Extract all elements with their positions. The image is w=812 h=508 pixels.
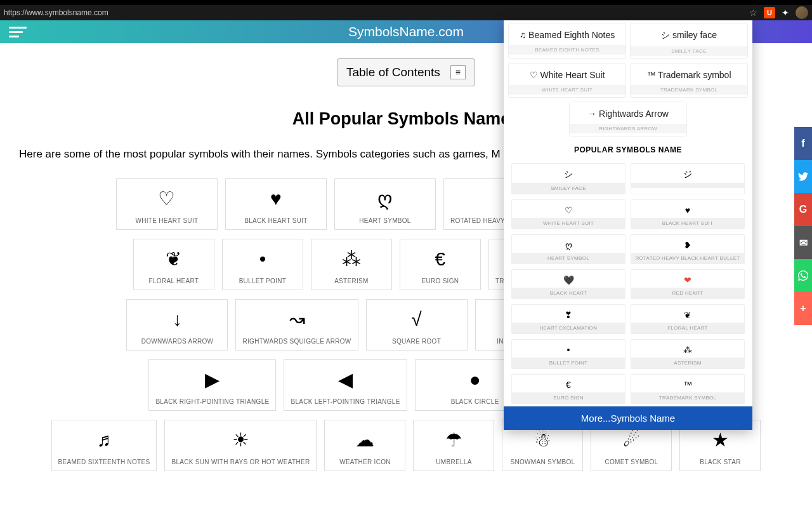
ext-pop-card[interactable]: ❦FLORAL HEART bbox=[631, 304, 745, 334]
symbol-glyph: ♥ bbox=[232, 187, 320, 211]
ext-pop-card[interactable]: ♥BLACK HEART SUIT bbox=[631, 199, 745, 229]
ext-top-title: ™ Trademark symbol bbox=[631, 70, 747, 80]
symbol-card[interactable]: ◀BLACK LEFT-POINTING TRIANGLE bbox=[284, 359, 407, 411]
ext-pop-glyph: シ bbox=[512, 164, 625, 183]
symbol-card[interactable]: √SQUARE ROOT bbox=[366, 299, 468, 351]
ext-pop-card[interactable]: ❣HEART EXCLAMATION bbox=[511, 304, 625, 334]
ext-pop-card[interactable]: ❥ROTATED HEAVY BLACK HEART BULLET bbox=[631, 234, 745, 264]
twitter-share-icon[interactable] bbox=[794, 160, 812, 193]
symbol-card[interactable]: ↝RIGHTWARDS SQUIGGLE ARROW bbox=[235, 299, 358, 351]
ext-top-title: ♡ White Heart Suit bbox=[509, 70, 625, 80]
ext-top-card[interactable]: → Rightwards ArrowRIGHTWARDS ARROW bbox=[569, 102, 687, 137]
ext-more-button[interactable]: More...Symbols Name bbox=[504, 406, 752, 430]
symbol-glyph: € bbox=[407, 247, 474, 271]
ext-top-sub: WHITE HEART SUIT bbox=[509, 85, 625, 95]
ext-pop-card[interactable]: シSMILEY FACE bbox=[511, 163, 625, 194]
ext-pop-label bbox=[631, 183, 744, 188]
ext-pop-card[interactable]: ⁂ASTERISM bbox=[631, 339, 745, 369]
symbol-glyph: ♬ bbox=[58, 428, 150, 452]
ext-top-card[interactable]: ♫ Beamed Eighth NotesBEAMED EIGHTH NOTES bbox=[508, 23, 626, 59]
google-share-icon[interactable]: G bbox=[794, 193, 812, 226]
symbol-card[interactable]: ☁WEATHER ICON bbox=[324, 420, 405, 471]
social-share-bar: f G ✉ + bbox=[794, 127, 812, 325]
ext-pop-label: RED HEART bbox=[631, 288, 744, 298]
symbol-glyph: ↝ bbox=[242, 307, 351, 331]
symbol-card[interactable]: ⁂ASTERISM bbox=[311, 239, 392, 290]
toc-toggle-icon[interactable]: ≡ bbox=[450, 65, 466, 79]
ext-pop-card[interactable]: ❤RED HEART bbox=[631, 269, 745, 299]
symbol-label: BLACK STAR bbox=[686, 458, 754, 465]
extensions-puzzle-icon[interactable]: ✦ bbox=[782, 8, 789, 18]
ext-pop-label: WHITE HEART SUIT bbox=[512, 218, 625, 229]
ext-pop-label: HEART EXCLAMATION bbox=[512, 323, 625, 333]
symbol-label: SNOWMAN SYMBOL bbox=[509, 458, 576, 465]
url-text: https://www.symbolsname.com bbox=[4, 8, 749, 17]
symbol-card[interactable]: ♬BEAMED SIXTEENTH NOTES bbox=[51, 420, 157, 471]
symbol-card[interactable]: ❦FLORAL HEART bbox=[133, 239, 214, 290]
bookmark-star-icon[interactable]: ☆ bbox=[749, 8, 757, 18]
symbol-card[interactable]: €EURO SIGN bbox=[400, 239, 481, 290]
symbol-card[interactable]: ♡WHITE HEART SUIT bbox=[116, 178, 218, 230]
symbol-glyph: ★ bbox=[686, 428, 754, 452]
site-title[interactable]: SymbolsName.com bbox=[348, 24, 464, 39]
symbol-label: DOWNWARDS ARROW bbox=[133, 338, 221, 345]
profile-avatar[interactable] bbox=[796, 6, 808, 19]
symbol-glyph: ☂ bbox=[420, 428, 487, 452]
symbol-glyph: ☃ bbox=[509, 428, 576, 452]
symbol-glyph: ☀ bbox=[171, 428, 310, 452]
ext-pop-glyph: ❣ bbox=[512, 305, 625, 323]
ext-pop-card[interactable]: •BULLET POINT bbox=[511, 339, 625, 369]
symbol-label: FLORAL HEART bbox=[140, 277, 207, 284]
ext-top-sub: SMILEY FACE bbox=[631, 46, 747, 56]
symbol-card[interactable]: ♥BLACK HEART SUIT bbox=[225, 178, 327, 230]
ext-pop-card[interactable]: 🖤BLACK HEART bbox=[511, 269, 625, 299]
ext-top-card[interactable]: ♡ White Heart SuitWHITE HEART SUIT bbox=[508, 63, 626, 98]
url-bar[interactable]: https://www.symbolsname.com ☆ U ✦ bbox=[0, 5, 812, 20]
symbol-card[interactable]: ☀BLACK SUN WITH RAYS OR HOT WEATHER bbox=[164, 420, 317, 471]
facebook-share-icon[interactable]: f bbox=[794, 127, 812, 160]
symbol-label: WEATHER ICON bbox=[331, 458, 398, 465]
symbol-card[interactable]: •BULLET POINT bbox=[222, 239, 303, 290]
ext-top-title: ♫ Beamed Eighth Notes bbox=[509, 30, 625, 40]
ext-pop-label: BLACK HEART SUIT bbox=[631, 218, 744, 229]
ext-pop-glyph: ❦ bbox=[631, 305, 744, 323]
symbol-card[interactable]: ▶BLACK RIGHT-POINTING TRIANGLE bbox=[148, 359, 276, 411]
symbol-card[interactable]: ☂UMBRELLA bbox=[413, 420, 494, 471]
symbol-card[interactable]: ↓DOWNWARDS ARROW bbox=[126, 299, 228, 351]
symbol-glyph: ↓ bbox=[133, 307, 221, 331]
ext-pop-glyph: € bbox=[512, 375, 625, 392]
symbol-label: BLACK RIGHT-POINTING TRIANGLE bbox=[155, 398, 269, 405]
symbol-label: UMBRELLA bbox=[420, 458, 487, 465]
ext-pop-label: ROTATED HEAVY BLACK HEART BULLET bbox=[631, 253, 744, 264]
ext-pop-glyph: 🖤 bbox=[512, 270, 625, 288]
extension-popup: ♫ Beamed Eighth NotesBEAMED EIGHTH NOTES… bbox=[504, 20, 752, 430]
table-of-contents-button[interactable]: Table of Contents ≡ bbox=[337, 58, 475, 86]
ext-pop-glyph: ♡ bbox=[512, 200, 625, 218]
symbol-label: SQUARE ROOT bbox=[373, 338, 461, 345]
email-share-icon[interactable]: ✉ bbox=[794, 226, 812, 259]
symbol-label: BEAMED SIXTEENTH NOTES bbox=[58, 458, 150, 465]
whatsapp-share-icon[interactable] bbox=[794, 259, 812, 292]
ext-pop-glyph: ジ bbox=[631, 164, 744, 183]
ext-pop-label: EURO SIGN bbox=[512, 392, 625, 403]
ublock-icon[interactable]: U bbox=[764, 7, 775, 18]
ext-top-card[interactable]: シ smiley faceSMILEY FACE bbox=[630, 23, 748, 59]
ext-top-sub: RIGHTWARDS ARROW bbox=[570, 124, 686, 133]
ext-pop-glyph: • bbox=[512, 340, 625, 358]
symbol-glyph: ♡ bbox=[123, 187, 211, 211]
symbol-glyph: ☄ bbox=[598, 428, 665, 452]
ext-pop-card[interactable]: ™TRADEMARK SYMBOL bbox=[631, 374, 745, 404]
symbol-label: HEART SYMBOL bbox=[341, 217, 429, 224]
ext-pop-card[interactable]: ♡WHITE HEART SUIT bbox=[511, 199, 625, 229]
ext-popular-grid: シSMILEY FACEジ♡WHITE HEART SUIT♥BLACK HEA… bbox=[504, 161, 752, 406]
hamburger-menu-icon[interactable] bbox=[9, 27, 27, 37]
ext-pop-card[interactable]: ღHEART SYMBOL bbox=[511, 234, 625, 264]
ext-pop-card[interactable]: ジ bbox=[631, 163, 745, 194]
ext-pop-glyph: ♥ bbox=[631, 200, 744, 218]
ext-pop-card[interactable]: €EURO SIGN bbox=[511, 374, 625, 404]
symbol-card[interactable]: ღHEART SYMBOL bbox=[334, 178, 436, 230]
ext-top-card[interactable]: ™ Trademark symbolTRADEMARK SYMBOL bbox=[630, 63, 748, 98]
toc-label: Table of Contents bbox=[346, 65, 440, 79]
ext-pop-glyph: ⁂ bbox=[631, 340, 744, 358]
more-share-icon[interactable]: + bbox=[794, 292, 812, 325]
